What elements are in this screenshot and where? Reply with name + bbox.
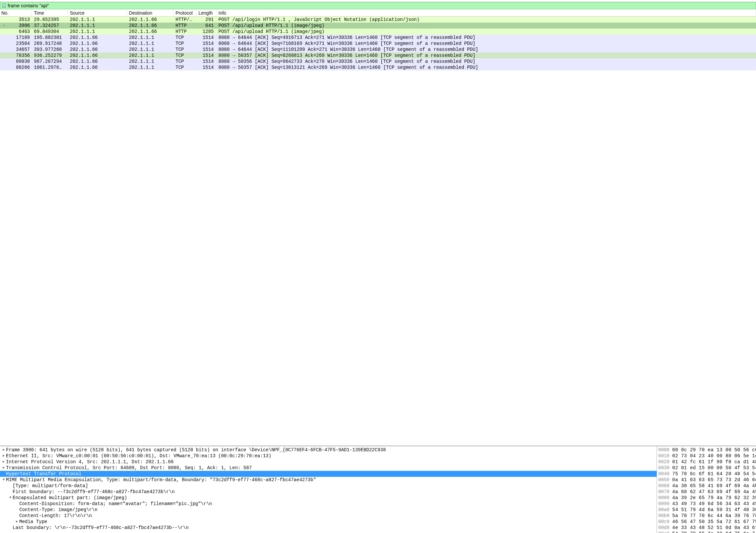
hex-offset: 00d0 bbox=[658, 525, 672, 531]
packet-list-pane: No. Time Source Destination Protocol Len… bbox=[0, 9, 756, 446]
cell-protocol: TCP bbox=[174, 53, 196, 58]
hex-line[interactable]: 000000 0c 29 70 ea 13 00 50 56 c0 00 0 bbox=[658, 447, 755, 453]
hex-line[interactable]: 002001 42 fc 61 1f 90 f8 ca d1 48 0d 8 bbox=[658, 459, 755, 465]
cell-time: 195.882301 bbox=[32, 35, 68, 41]
cell-protocol: TCP bbox=[174, 58, 196, 64]
col-header-info[interactable]: Info bbox=[216, 10, 756, 16]
tree-node[interactable]: ▼MIME Multipart Media Encapsulation, Typ… bbox=[0, 477, 657, 483]
packet-row[interactable]: 646369.849304202.1.1.1202.1.1.66HTTP1285… bbox=[0, 29, 756, 35]
hex-offset: 0000 bbox=[658, 447, 672, 453]
tree-twisty-icon[interactable]: ▶ bbox=[1, 459, 6, 465]
cell-source: 202.1.1.66 bbox=[68, 53, 127, 58]
hex-offset: 0060 bbox=[658, 483, 672, 489]
packet-list-header[interactable]: No. Time Source Destination Protocol Len… bbox=[0, 9, 756, 17]
hex-line[interactable]: 00e054 79 70 65 3a 20 6d 75 6c 74 69 7 bbox=[658, 531, 755, 533]
packet-details-pane[interactable]: ▶Frame 3906: 641 bytes on wire (5128 bit… bbox=[0, 446, 657, 533]
cell-destination: 202.1.1.1 bbox=[127, 35, 174, 41]
hex-line[interactable]: 009043 49 73 49 6d 56 34 63 43 49 36 4 bbox=[658, 501, 755, 507]
col-header-time[interactable]: Time bbox=[32, 10, 68, 16]
hex-line[interactable]: 00604a 30 65 58 41 69 4f 69 4a 4b 56 3 bbox=[658, 483, 755, 489]
tree-label: Frame 3906: 641 bytes on wire (5128 bits… bbox=[6, 447, 386, 453]
packet-row[interactable]: 17189195.882301202.1.1.66202.1.1.1TCP151… bbox=[0, 35, 756, 41]
col-header-length[interactable]: Length bbox=[196, 10, 216, 16]
hex-line[interactable]: 00c046 56 47 50 35 5a 72 61 67 79 30 7 bbox=[658, 519, 755, 525]
packet-row[interactable]: 80830967.267294202.1.1.66202.1.1.1TCP151… bbox=[0, 58, 756, 64]
tree-node[interactable]: [Type: multipart/form-data] bbox=[0, 483, 657, 489]
hex-line[interactable]: 001002 73 04 23 40 00 80 06 5e 1c ca 0 bbox=[658, 453, 755, 459]
cell-time: 1061.2976… bbox=[32, 64, 68, 70]
hex-line[interactable]: 00a054 51 79 4d 6a 59 31 4f 48 30 2e 5 bbox=[658, 507, 755, 513]
cell-destination: 202.1.1.1 bbox=[127, 64, 174, 70]
tree-node[interactable]: Hypertext Transfer Protocol bbox=[0, 471, 657, 477]
cell-time: 29.652395 bbox=[32, 17, 68, 23]
hex-bytes: 54 79 70 65 3a 20 6d 75 6c 74 69 7 bbox=[672, 531, 756, 533]
tree-node[interactable]: ▶Media Type bbox=[0, 519, 657, 525]
tree-node[interactable]: Last boundary: \r\n--73c2dff9-ef77-468c-… bbox=[0, 525, 657, 531]
tree-twisty-icon[interactable]: ▶ bbox=[1, 453, 6, 459]
tree-node[interactable]: Content-Length: 17\r\n\r\n bbox=[0, 513, 657, 519]
tree-node[interactable]: ▶Frame 3906: 641 bytes on wire (5128 bit… bbox=[0, 447, 657, 453]
tree-node[interactable]: ▶Transmission Control Protocol, Src Port… bbox=[0, 465, 657, 471]
tree-node[interactable]: First boundary: --73c2dff9-ef77-468c-a82… bbox=[0, 489, 657, 495]
tree-twisty-icon[interactable]: ▶ bbox=[1, 465, 6, 471]
cell-info: POST /api/login HTTP/1.1 , JavaScript Ob… bbox=[216, 17, 756, 23]
tree-label: [Type: multipart/form-data] bbox=[13, 483, 88, 489]
hex-line[interactable]: 00804a 39 2e 65 79 4a 79 62 32 39 30 4 bbox=[658, 495, 755, 501]
hex-bytes: 4a 68 62 47 63 69 4f 69 4a 49 55 5 bbox=[672, 489, 756, 495]
packet-row[interactable]: ⇥390637.324257202.1.1.1202.1.1.66HTTP641… bbox=[0, 23, 756, 29]
cell-info: POST /api/upload HTTP/1.1 (image/jpeg) bbox=[216, 23, 756, 29]
hex-offset: 00e0 bbox=[658, 531, 672, 533]
display-filter-bar[interactable] bbox=[0, 2, 756, 9]
hex-offset: 0070 bbox=[658, 489, 672, 495]
cell-time: 393.977260 bbox=[32, 47, 68, 53]
hex-offset: 00c0 bbox=[658, 519, 672, 525]
hex-bytes: 4a 39 2e 65 79 4a 79 62 32 39 30 4 bbox=[672, 495, 756, 501]
cell-info: 8080 → 64644 [ACK] Seq=11101209 Ack=271 … bbox=[216, 47, 756, 53]
tree-node[interactable]: ▶Ethernet II, Src: VMware_c0:00:01 (00:5… bbox=[0, 453, 657, 459]
cell-no: 88266 bbox=[7, 64, 32, 70]
tree-node[interactable]: Content-Disposition: form-data; name="av… bbox=[0, 501, 657, 507]
col-header-source[interactable]: Source bbox=[68, 10, 127, 16]
tree-label: Transmission Control Protocol, Src Port:… bbox=[6, 465, 252, 471]
tree-label: Encapsulated multipart part: (image/jpeg… bbox=[13, 495, 127, 501]
cell-no: 80830 bbox=[7, 58, 32, 64]
hex-line[interactable]: 00d04e 33 43 48 52 51 0d 0a 43 6f 6e 7 bbox=[658, 525, 755, 531]
packet-rows-container[interactable]: 351329.652395202.1.1.1202.1.1.66HTTP/J…2… bbox=[0, 17, 756, 446]
hex-bytes: 46 56 47 50 35 5a 72 61 67 79 30 7 bbox=[672, 519, 756, 525]
hex-line[interactable]: 00704a 68 62 47 63 69 4f 69 4a 49 55 5 bbox=[658, 489, 755, 495]
packet-row[interactable]: 23584269.917248202.1.1.66202.1.1.1TCP151… bbox=[0, 41, 756, 47]
packet-bytes-pane[interactable]: 000000 0c 29 70 ea 13 00 50 56 c0 00 000… bbox=[657, 446, 756, 533]
col-header-no[interactable]: No. bbox=[0, 10, 32, 16]
tree-label: Hypertext Transfer Protocol bbox=[6, 471, 81, 477]
tree-twisty-icon[interactable]: ▶ bbox=[1, 447, 6, 453]
tree-node[interactable]: ▼Encapsulated multipart part: (image/jpe… bbox=[0, 495, 657, 501]
col-header-destination[interactable]: Destination bbox=[127, 10, 174, 16]
bookmark-icon[interactable] bbox=[2, 3, 6, 8]
hex-line[interactable]: 00500a 41 63 63 65 73 73 2d 46 6c 61 6 bbox=[658, 477, 755, 483]
tree-label: Internet Protocol Version 4, Src: 202.1.… bbox=[6, 459, 174, 465]
packet-row[interactable]: 351329.652395202.1.1.1202.1.1.66HTTP/J…2… bbox=[0, 17, 756, 23]
hex-line[interactable]: 00b05a 70 77 70 6c 44 6a 39 76 78 41 1 bbox=[658, 513, 755, 519]
cell-no: 3513 bbox=[7, 17, 32, 23]
cell-time: 269.917248 bbox=[32, 41, 68, 47]
packet-row[interactable]: 34657393.977260202.1.1.66202.1.1.1TCP151… bbox=[0, 47, 756, 53]
cell-time: 967.267294 bbox=[32, 58, 68, 64]
tree-twisty-icon[interactable]: ▼ bbox=[1, 477, 6, 483]
packet-row[interactable]: 882661061.2976…202.1.1.66202.1.1.1TCP151… bbox=[0, 64, 756, 70]
col-header-protocol[interactable]: Protocol bbox=[174, 10, 196, 16]
packet-row[interactable]: 78356936.252279202.1.1.66202.1.1.1TCP151… bbox=[0, 53, 756, 58]
tree-label: Content-Length: 17\r\n\r\n bbox=[19, 513, 92, 519]
hex-line[interactable]: 004075 70 6c 6f 61 64 20 48 54 54 50 2 bbox=[658, 471, 755, 477]
tree-twisty-icon[interactable]: ▼ bbox=[8, 495, 13, 501]
display-filter-input[interactable] bbox=[8, 3, 754, 8]
tree-label: First boundary: --73c2dff9-ef77-468c-a82… bbox=[13, 489, 175, 495]
hex-line[interactable]: 003002 01 ed 15 00 00 50 4f 53 54 20 2 bbox=[658, 465, 755, 471]
cell-destination: 202.1.1.1 bbox=[127, 41, 174, 47]
tree-twisty-icon[interactable]: ▶ bbox=[15, 519, 19, 525]
tree-node[interactable]: Content-Type: image/jpeg\r\n bbox=[0, 507, 657, 513]
tree-label: Media Type bbox=[19, 519, 47, 525]
cell-source: 202.1.1.66 bbox=[68, 35, 127, 41]
tree-node[interactable]: ▶Internet Protocol Version 4, Src: 202.1… bbox=[0, 459, 657, 465]
hex-offset: 00b0 bbox=[658, 513, 672, 519]
cell-source: 202.1.1.1 bbox=[68, 17, 127, 23]
